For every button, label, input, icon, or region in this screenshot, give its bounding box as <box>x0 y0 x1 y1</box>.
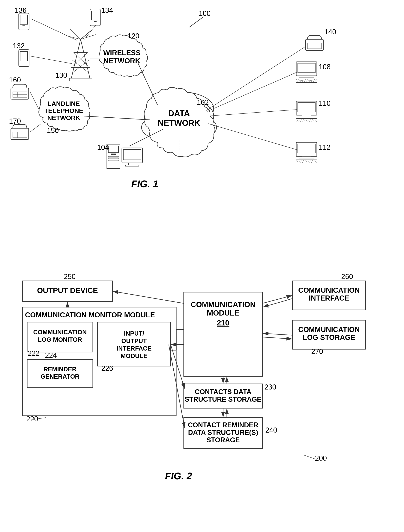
136-to-tower-line <box>31 19 77 40</box>
svg-rect-52 <box>122 148 143 163</box>
svg-rect-35 <box>11 88 29 99</box>
comm-log-monitor-text1: COMMUNICATION <box>33 329 87 336</box>
io-text3: INTERFACE <box>117 345 151 352</box>
170-to-landline-line <box>30 124 41 132</box>
io-text4: MODULE <box>121 352 148 359</box>
ref-140-label: 140 <box>324 28 336 36</box>
comm-module-num: 210 <box>217 319 229 327</box>
ref-134-label: 134 <box>101 6 113 14</box>
output-device-text: OUTPUT DEVICE <box>37 286 98 295</box>
ref-104-label: 104 <box>97 143 109 151</box>
mobile-132 <box>19 49 29 66</box>
contact-reminder-text2: DATA STRUCTURE(S) <box>188 429 258 436</box>
wireless-text2: NETWORK <box>104 57 140 65</box>
computer-112 <box>296 142 317 163</box>
tower-130 <box>66 29 96 81</box>
svg-rect-78 <box>296 119 317 122</box>
140-to-data-line <box>206 46 306 110</box>
comm-log-storage-text1: COMMUNICATION <box>298 326 360 334</box>
ref-112-label: 112 <box>319 143 331 151</box>
132-to-tower-line <box>31 56 72 64</box>
telephone-170 <box>11 125 29 139</box>
110-to-data-line <box>207 109 297 116</box>
comm-to-output-line <box>112 291 184 303</box>
ref-102-label: 102 <box>197 99 209 106</box>
ref-222-label: 222 <box>28 349 39 357</box>
ref-224-label: 224 <box>45 351 57 359</box>
svg-line-19 <box>81 30 92 39</box>
ref-230-label: 230 <box>264 383 276 391</box>
wireless-to-data-line <box>138 63 157 105</box>
wireless-text1: WIRELESS <box>103 49 140 57</box>
ref-130-label: 130 <box>55 71 67 79</box>
comm-to-interface-line <box>262 296 292 303</box>
io-text1: INPUT/ <box>124 330 144 337</box>
comm-interface-text2: INTERFACE <box>309 294 349 302</box>
ref-108-label: 108 <box>319 63 331 71</box>
ref-226-label: 226 <box>101 364 113 372</box>
contacts-text2: STRUCTURE STORAGE <box>185 395 261 403</box>
comm-monitor-text: COMMUNICATION MONITOR MODULE <box>25 311 155 319</box>
112-to-data-line <box>208 124 297 150</box>
io-text2: OUTPUT <box>121 337 147 344</box>
ref-160-label: 160 <box>9 76 21 84</box>
contact-reminder-text1: CONTACT REMINDER <box>188 421 258 429</box>
svg-rect-54 <box>128 163 136 165</box>
ref-200-label: 200 <box>315 454 327 462</box>
svg-rect-81 <box>302 156 311 158</box>
svg-rect-61 <box>296 62 317 76</box>
comm-log-storage-text2: LOG STORAGE <box>303 334 355 341</box>
160-to-landline-line <box>30 92 39 110</box>
interface-to-comm-line <box>263 299 292 307</box>
svg-rect-82 <box>299 158 314 160</box>
telephone-140 <box>306 36 323 51</box>
svg-rect-22 <box>69 78 92 81</box>
landline-to-data-line <box>84 116 150 120</box>
computer-108 <box>296 62 317 82</box>
reminder-text1: REMINDER <box>44 366 77 373</box>
comm-log-monitor-text2: LOG MONITOR <box>38 336 82 343</box>
comm-to-storage-line <box>263 337 292 339</box>
landline-text2: TELEPHONE <box>44 107 83 114</box>
ref-260-label: 260 <box>341 273 353 280</box>
ref-200-line <box>304 455 315 459</box>
comm-module-text1: COMMUNICATION <box>191 300 255 309</box>
contact-reminder-text3: STORAGE <box>206 436 240 444</box>
svg-rect-40 <box>11 128 29 139</box>
svg-rect-79 <box>296 142 317 156</box>
ref-120-label: 120 <box>127 32 139 40</box>
fig1-label: FIG. 1 <box>131 178 158 189</box>
ref-240-label: 240 <box>265 426 277 434</box>
svg-rect-48 <box>113 153 116 155</box>
server-104 <box>107 144 143 169</box>
fig2-label: FIG. 2 <box>165 471 192 481</box>
svg-rect-77 <box>299 117 314 119</box>
ref-250-label: 250 <box>64 273 76 280</box>
svg-rect-64 <box>299 78 314 79</box>
svg-rect-50 <box>108 158 118 159</box>
data-network-text2: NETWORK <box>158 118 200 127</box>
svg-rect-56 <box>306 39 323 51</box>
svg-rect-74 <box>296 101 317 115</box>
ref-110-label: 110 <box>319 99 331 107</box>
134-to-tower-line <box>84 25 96 39</box>
comm-module-text2: MODULE <box>207 309 239 317</box>
svg-rect-49 <box>108 156 118 157</box>
telephone-160 <box>11 84 29 99</box>
contacts-text1: CONTACTS DATA <box>195 388 251 396</box>
svg-line-0 <box>189 17 203 27</box>
computer-110 <box>296 101 317 122</box>
svg-rect-55 <box>126 165 139 166</box>
ref-100-label: 100 <box>199 10 210 17</box>
108-to-data-line <box>207 72 297 111</box>
svg-rect-63 <box>302 76 311 78</box>
mobile-136 <box>19 12 29 30</box>
svg-rect-76 <box>302 115 311 117</box>
mobile-134 <box>90 9 100 27</box>
reminder-text2: GENERATOR <box>40 373 79 380</box>
comm-interface-text1: COMMUNICATION <box>298 286 360 294</box>
svg-rect-47 <box>111 153 113 155</box>
ref-170-label: 170 <box>9 117 21 125</box>
ref-270-label: 270 <box>311 348 323 355</box>
data-network-text1: DATA <box>168 109 190 118</box>
